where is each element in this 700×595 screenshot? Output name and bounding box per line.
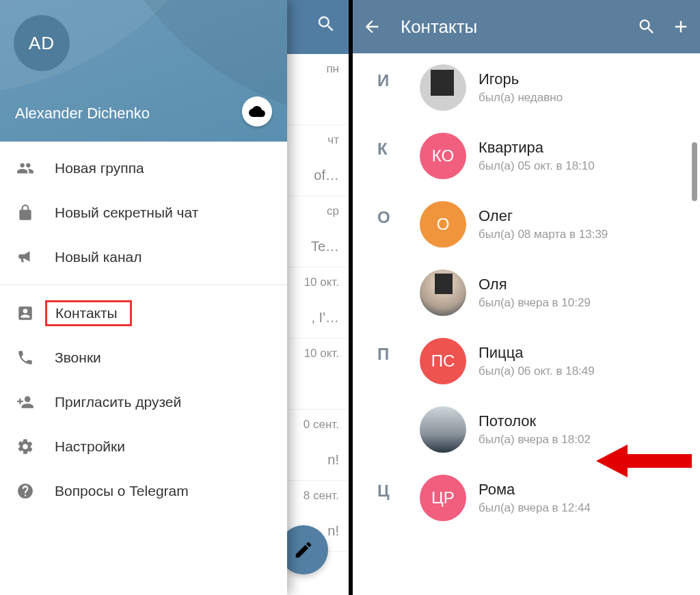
navigation-drawer: AD Alexander Dichenko Новая группаНовый … [0,0,287,595]
drawer-menu: Новая группаНовый секретный чатНовый кан… [0,142,287,513]
chat-preview: , I'… [312,310,340,326]
person-add-icon [16,393,55,411]
megaphone-icon [16,248,55,266]
add-contact-icon[interactable] [671,17,690,36]
lock-icon [16,204,55,222]
chat-preview: of… [314,168,339,183]
cloud-button[interactable] [242,96,272,127]
search-icon[interactable] [316,14,336,37]
back-icon[interactable] [362,17,381,36]
contact-status: был(а) вчера в 18:02 [479,433,591,447]
section-letter: И [377,71,389,90]
menu-item-secret-chat[interactable]: Новый секретный чат [0,190,287,235]
section-letter: К [377,140,388,159]
menu-item-new-channel[interactable]: Новый канал [0,235,287,279]
search-icon[interactable] [637,17,656,36]
contacts-list[interactable]: ИИгорьбыл(а) недавноККОКвартирабыл(а) 05… [353,53,700,595]
svg-marker-0 [596,445,692,477]
chat-date: чт [327,133,339,147]
contacts-pane: Контакты ИИгорьбыл(а) недавноККОКвартира… [351,0,700,595]
menu-label: Новый канал [55,249,142,265]
contact-avatar: КО [420,133,466,179]
contact-row[interactable]: Игорьбыл(а) недавно [420,53,700,122]
menu-label: Новый секретный чат [55,204,198,221]
contact-name: Олег [479,207,608,225]
menu-label: Пригласить друзей [55,394,181,410]
chat-date: 8 сент. [304,489,339,503]
contact-avatar [420,64,466,111]
gear-icon [16,438,55,455]
contact-avatar: О [420,201,466,248]
contacts-title: Контакты [401,16,622,38]
chat-date: 0 сент. [304,418,339,432]
profile-avatar[interactable]: AD [14,15,70,71]
menu-label: Контакты [55,305,118,321]
contact-section: ОООлегбыл(а) 08 марта в 13:39Олябыл(а) в… [353,190,700,327]
menu-item-calls[interactable]: Звонки [0,335,287,380]
contact-name: Квартира [479,139,595,157]
pane-divider [349,0,351,595]
menu-label: Новая группа [55,160,144,176]
chat-date: ср [327,204,339,218]
menu-label: Звонки [55,349,101,366]
contact-name: Игорь [479,70,563,88]
contact-name: Потолок [479,412,591,430]
menu-item-settings[interactable]: Настройки [0,424,287,468]
annotation-arrow [596,442,692,480]
contact-status: был(а) вчера в 12:44 [479,501,591,515]
profile-name: Alexander Dichenko [15,105,150,122]
chat-date: 10 окт. [304,276,339,289]
contact-avatar: ПС [420,338,466,384]
section-letter: О [377,208,390,227]
contact-status: был(а) 05 окт. в 18:10 [479,159,595,173]
contact-status: был(а) вчера в 10:29 [479,296,591,310]
contact-row[interactable]: КОКвартирабыл(а) 05 окт. в 18:10 [420,122,700,190]
contact-section: ИИгорьбыл(а) недавно [353,53,700,122]
contact-name: Оля [479,276,591,293]
contact-status: был(а) недавно [479,91,563,105]
section-letter: П [377,345,389,364]
contact-name: Пицца [479,344,595,362]
contact-row[interactable]: Олябыл(а) вчера в 10:29 [420,259,700,327]
contact-status: был(а) 08 марта в 13:39 [479,228,608,241]
menu-item-new-group[interactable]: Новая группа [0,146,287,190]
scrollbar-thumb[interactable] [692,142,697,201]
contact-avatar [420,406,466,453]
section-letter: Ц [377,481,390,501]
chat-preview: n! [327,523,339,539]
chat-date: 10 окт. [304,347,339,360]
drawer-header: AD Alexander Dichenko [0,0,287,142]
contact-row[interactable]: ООлегбыл(а) 08 марта в 13:39 [420,190,700,259]
menu-item-contacts[interactable]: Контакты [0,291,287,335]
menu-label: Вопросы о Telegram [55,483,189,499]
help-icon [16,482,55,500]
left-pane: пнчтof…срTe…10 окт., I'…10 окт.0 сент.n!… [0,0,349,595]
contact-name: Рома [479,481,591,499]
group-icon [16,159,55,177]
phone-icon [16,349,55,367]
chat-preview: Te… [311,239,339,254]
contact-status: был(а) 06 окт. в 18:49 [479,365,595,378]
contacts-appbar: Контакты [353,0,700,53]
contact-row[interactable]: ПСПиццабыл(а) 06 окт. в 18:49 [420,327,700,395]
menu-label: Настройки [55,438,125,455]
contact-section: ККОКвартирабыл(а) 05 окт. в 18:10 [353,122,700,190]
contact-avatar: ЦР [420,475,466,521]
chat-date: пн [326,62,339,76]
menu-item-faq[interactable]: Вопросы о Telegram [0,468,287,513]
chat-preview: n! [327,452,339,468]
menu-item-invite[interactable]: Пригласить друзей [0,380,287,424]
contact-avatar [420,269,466,316]
